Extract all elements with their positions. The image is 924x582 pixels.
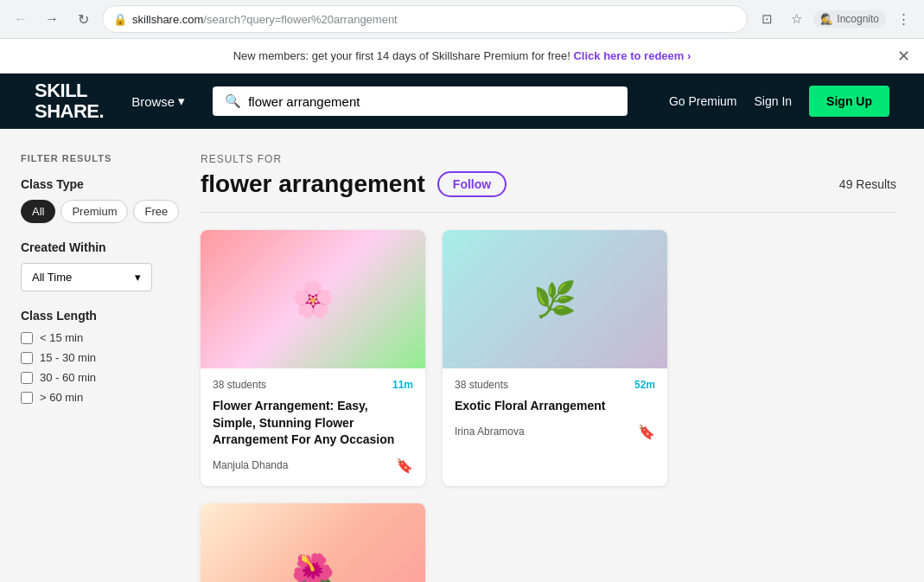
list-item[interactable]: < 15 min [21,331,152,344]
course-card[interactable]: 🌸 38 students 11m Flower Arrangement: Ea… [201,230,425,486]
card-thumbnail: 🌿 [443,230,667,368]
class-type-buttons: All Premium Free [21,200,152,223]
card-body: 38 students 11m Flower Arrangement: Easy… [201,368,425,486]
class-type-label: Class Type [21,177,152,191]
created-within-label: Created Within [21,240,152,254]
sign-in-link[interactable]: Sign In [755,94,793,108]
lock-icon: 🔒 [113,13,127,26]
filter-results-title: FILTER RESULTS [21,153,152,163]
card-meta: 38 students 52m [455,379,655,391]
search-term: flower arrangement Follow [201,170,507,198]
results-header: flower arrangement Follow 49 Results [201,170,896,213]
checkbox-30-60[interactable] [21,372,33,384]
incognito-badge: 🕵 Incognito [813,10,886,28]
cards-grid: 🌸 38 students 11m Flower Arrangement: Ea… [201,230,896,582]
main-content: FILTER RESULTS Class Type All Premium Fr… [0,129,924,582]
course-card[interactable]: 🌺 7 students 14m Vertical Elongated Flow… [201,503,425,582]
dropdown-chevron-icon: ▾ [135,271,141,284]
class-length-options: < 15 min 15 - 30 min 30 - 60 min > 60 mi… [21,331,152,404]
site-logo: SKILL SHare. [35,80,104,122]
class-type-premium-button[interactable]: Premium [61,200,128,223]
search-bar[interactable]: 🔍 [213,86,628,116]
back-button[interactable]: ← [9,7,33,31]
sign-up-button[interactable]: Sign Up [809,86,889,117]
sidebar: FILTER RESULTS Class Type All Premium Fr… [0,129,173,582]
card-author: Irina Abramova [455,425,525,438]
class-length-filter: Class Length < 15 min 15 - 30 min 30 - 6… [21,309,152,404]
chevron-down-icon: ▾ [178,93,185,109]
checkbox-15-30[interactable] [21,352,33,364]
card-author: Manjula Dhanda [213,459,288,471]
banner-link[interactable]: Click here to redeem › [573,49,691,62]
created-within-filter: Created Within All Time ▾ [21,240,152,291]
url-text: skillshare.com/search?query=flower%20arr… [132,13,398,26]
card-body: 38 students 52m Exotic Floral Arrangemen… [443,368,667,452]
results-count: 49 Results [839,177,896,191]
bookmark-button[interactable]: 🔖 [638,424,655,440]
card-meta: 38 students 11m [213,379,413,391]
course-card[interactable]: 🌿 38 students 52m Exotic Floral Arrangem… [443,230,667,486]
star-icon[interactable]: ☆ [784,7,808,31]
card-students: 38 students [213,379,266,391]
browse-button[interactable]: Browse ▾ [131,93,185,109]
follow-button[interactable]: Follow [437,171,507,197]
search-icon: 🔍 [225,93,241,109]
search-input[interactable] [248,94,615,109]
card-students: 38 students [455,379,508,391]
card-footer: Manjula Dhanda 🔖 [213,457,413,474]
header-right: Go Premium Sign In Sign Up [669,86,889,117]
card-thumbnail: 🌺 [201,503,425,582]
promo-banner: New members: get your first 14 days of S… [0,39,924,74]
address-bar[interactable]: 🔒 skillshare.com/search?query=flower%20a… [102,5,748,33]
card-duration: 11m [392,379,413,391]
card-title: Exotic Floral Arrangement [455,398,655,415]
list-item[interactable]: 30 - 60 min [21,371,152,384]
site-header: SKILL SHare. Browse ▾ 🔍 Go Premium Sign … [0,74,924,129]
forward-button[interactable]: → [40,7,64,31]
card-title: Flower Arrangement: Easy, Simple, Stunni… [213,398,413,449]
card-footer: Irina Abramova 🔖 [455,424,655,440]
menu-icon[interactable]: ⋮ [891,7,915,31]
results-area: RESULTS FOR flower arrangement Follow 49… [173,129,924,582]
list-item[interactable]: > 60 min [21,391,152,404]
created-within-dropdown[interactable]: All Time ▾ [21,263,152,291]
cast-icon[interactable]: ⊡ [755,7,779,31]
reload-button[interactable]: ↻ [71,7,95,31]
class-length-label: Class Length [21,309,152,323]
checkbox-under-15[interactable] [21,332,33,344]
class-type-filter: Class Type All Premium Free [21,177,152,223]
bookmark-button[interactable]: 🔖 [396,457,413,474]
class-type-all-button[interactable]: All [21,200,55,223]
card-thumbnail: 🌸 [201,230,425,368]
browser-chrome: ← → ↻ 🔒 skillshare.com/search?query=flow… [0,0,924,39]
browser-right-icons: ⊡ ☆ 🕵 Incognito ⋮ [755,7,915,31]
checkbox-over-60[interactable] [21,392,33,404]
banner-text: New members: get your first 14 days of S… [233,49,570,62]
card-duration: 52m [634,379,655,391]
list-item[interactable]: 15 - 30 min [21,351,152,364]
results-for-label: RESULTS FOR [201,153,896,165]
go-premium-link[interactable]: Go Premium [669,94,737,108]
banner-close-button[interactable]: ✕ [897,47,910,66]
